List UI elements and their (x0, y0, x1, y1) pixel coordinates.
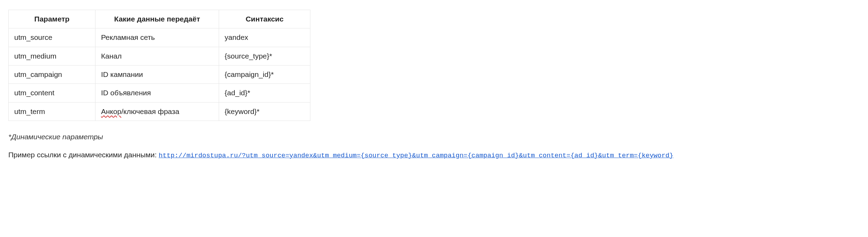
cell-data: Канал (95, 47, 219, 65)
table-row: utm_campaign ID кампании {campaign_id}* (9, 65, 310, 84)
table-header-row: Параметр Какие данные передаёт Синтаксис (9, 10, 310, 28)
col-header-data: Какие данные передаёт (95, 10, 219, 28)
table-row: utm_source Рекламная сеть yandex (9, 28, 310, 47)
col-header-param: Параметр (9, 10, 95, 28)
example-line: Пример ссылки с динамическими данными: h… (8, 151, 860, 159)
cell-param: utm_medium (9, 47, 95, 65)
cell-param: utm_source (9, 28, 95, 47)
table-row: utm_medium Канал {source_type}* (9, 47, 310, 65)
cell-syntax: {ad_id}* (219, 84, 310, 102)
table-row: utm_term Анкор/ключевая фраза {keyword}* (9, 102, 310, 121)
cell-syntax: {campaign_id}* (219, 65, 310, 84)
cell-syntax: {source_type}* (219, 47, 310, 65)
example-prefix: Пример ссылки с динамическими данными: (8, 151, 159, 159)
cell-data-suffix: /ключевая фраза (121, 107, 179, 115)
cell-syntax: {keyword}* (219, 102, 310, 121)
cell-syntax: yandex (219, 28, 310, 47)
cell-param: utm_campaign (9, 65, 95, 84)
cell-data: ID объявления (95, 84, 219, 102)
col-header-syntax: Синтаксис (219, 10, 310, 28)
cell-param: utm_content (9, 84, 95, 102)
cell-data: ID кампании (95, 65, 219, 84)
table-row: utm_content ID объявления {ad_id}* (9, 84, 310, 102)
spellcheck-word: Анкор (101, 107, 121, 115)
cell-param: utm_term (9, 102, 95, 121)
example-url-link[interactable]: http://mirdostupa.ru/?utm_source=yandex&… (159, 152, 673, 159)
cell-data: Анкор/ключевая фраза (95, 102, 219, 121)
cell-data: Рекламная сеть (95, 28, 219, 47)
utm-params-table: Параметр Какие данные передаёт Синтаксис… (8, 10, 310, 121)
footnote-dynamic-params: *Динамические параметры (8, 133, 860, 141)
